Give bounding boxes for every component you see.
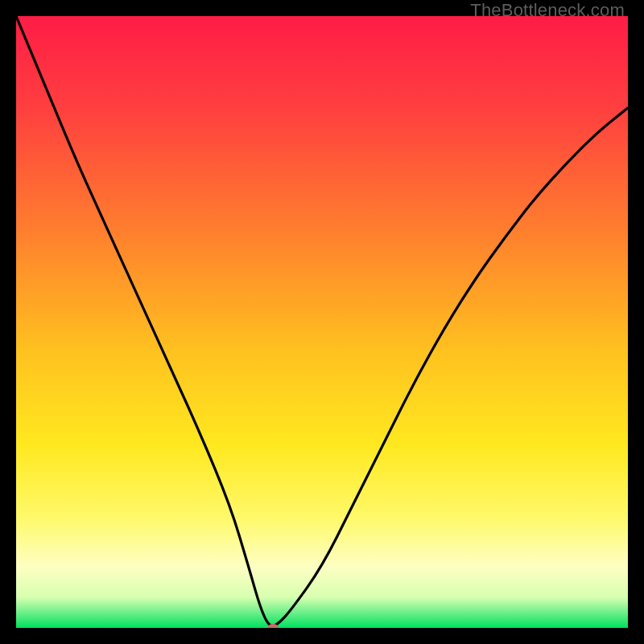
plot-area <box>16 16 628 628</box>
chart-frame: TheBottleneck.com <box>0 0 644 644</box>
gradient-background <box>16 16 628 628</box>
watermark-text: TheBottleneck.com <box>470 0 625 21</box>
bottleneck-chart <box>16 16 628 628</box>
